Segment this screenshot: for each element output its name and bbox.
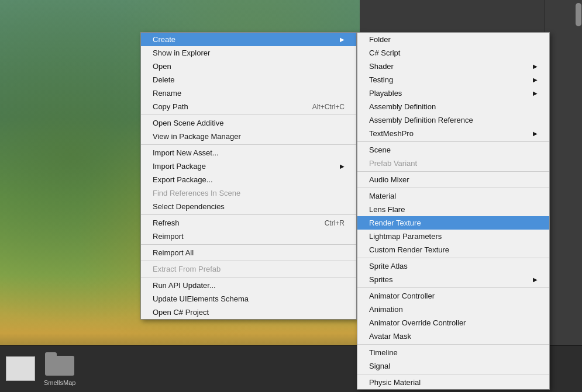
scrollbar-thumb[interactable] (576, 3, 581, 26)
left-menu-item-import-package[interactable]: Import Package▶ (141, 159, 356, 173)
menu-separator (141, 115, 356, 115)
menu-separator (357, 287, 549, 288)
asset-item-empty-asset[interactable] (6, 356, 35, 382)
left-menu-item-open-csharp-project[interactable]: Open C# Project (141, 306, 356, 319)
right-menu-item-assembly-definition[interactable]: Assembly Definition (357, 100, 549, 113)
menu-item-label: Assembly Definition Reference (369, 116, 538, 124)
scrollbar-track[interactable] (574, 0, 582, 392)
menu-separator (357, 258, 549, 258)
right-menu-item-testing[interactable]: Testing▶ (357, 73, 549, 86)
left-menu-item-open[interactable]: Open (141, 60, 356, 73)
menu-item-label: Open (153, 62, 171, 71)
menu-item-label: Copy Path (153, 102, 188, 111)
menu-item-label: Prefab Variant (369, 159, 538, 168)
right-menu-item-animator-override-controller[interactable]: Animator Override Controller (357, 316, 549, 329)
menu-separator (141, 244, 356, 245)
right-menu-item-signal[interactable]: Signal (357, 359, 549, 373)
left-menu-item-copy-path[interactable]: Copy PathAlt+Ctrl+C (141, 100, 356, 113)
right-menu-item-sprites[interactable]: Sprites▶ (357, 273, 549, 286)
menu-item-arrow: ▶ (533, 276, 538, 283)
right-menu-item-shader[interactable]: Shader▶ (357, 60, 549, 73)
menu-item-label: Audio Mixer (369, 175, 538, 184)
menu-item-arrow: ▶ (533, 77, 538, 83)
left-menu-item-select-dependencies[interactable]: Select Dependencies (141, 200, 356, 213)
right-menu-item-audio-mixer[interactable]: Audio Mixer (357, 173, 549, 186)
menu-item-label: Avatar Mask (369, 332, 538, 341)
menu-separator (357, 344, 549, 345)
asset-icon (45, 352, 74, 377)
menu-item-label: Reimport (153, 232, 184, 241)
right-menu-item-csharp-script[interactable]: C# Script (357, 46, 549, 60)
menu-item-label: Animator Controller (369, 292, 538, 300)
right-menu-item-scene[interactable]: Scene (357, 143, 549, 157)
left-menu-item-delete[interactable]: Delete (141, 73, 356, 86)
menu-item-label: Rename (153, 89, 181, 98)
left-menu-item-export-package[interactable]: Export Package... (141, 173, 356, 186)
menu-item-label: Refresh (153, 218, 180, 227)
menu-item-label: View in Package Manager (153, 132, 241, 141)
left-menu-item-view-in-package-manager[interactable]: View in Package Manager (141, 130, 356, 143)
menu-item-label: Render Texture (369, 218, 538, 227)
menu-item-arrow: ▶ (340, 36, 345, 43)
left-menu-item-open-scene-additive[interactable]: Open Scene Additive (141, 116, 356, 130)
menu-item-label: Animator Override Controller (369, 318, 538, 327)
right-menu-item-lens-flare[interactable]: Lens Flare (357, 203, 549, 216)
context-menu-right: FolderC# ScriptShader▶Testing▶Playables▶… (357, 32, 550, 390)
menu-item-label: C# Script (369, 48, 538, 57)
left-menu-item-rename[interactable]: Rename (141, 86, 356, 100)
right-menu-item-sprite-atlas[interactable]: Sprite Atlas (357, 259, 549, 273)
menu-item-label: Custom Render Texture (369, 245, 538, 254)
menu-item-label: Import Package (153, 162, 206, 171)
menu-item-label: Testing (369, 75, 527, 84)
right-menu-item-playables[interactable]: Playables▶ (357, 86, 549, 100)
left-menu-item-update-ui-elements[interactable]: Update UIElements Schema (141, 292, 356, 306)
menu-separator (357, 171, 549, 172)
menu-item-label: Find References In Scene (153, 189, 240, 197)
right-menu-item-avatar-mask[interactable]: Avatar Mask (357, 329, 549, 343)
menu-item-label: Select Dependencies (153, 202, 225, 211)
asset-label: SmellsMap (44, 379, 75, 386)
right-menu-item-animator-controller[interactable]: Animator Controller (357, 289, 549, 303)
asset-item-smells-map[interactable]: SmellsMap (44, 352, 75, 386)
menu-separator (357, 141, 549, 142)
left-menu-item-reimport[interactable]: Reimport (141, 230, 356, 243)
left-menu-item-create[interactable]: Create▶ (141, 33, 356, 46)
left-menu-item-find-references: Find References In Scene (141, 186, 356, 200)
right-menu-item-render-texture[interactable]: Render Texture (357, 216, 549, 230)
right-menu-item-prefab-variant: Prefab Variant (357, 157, 549, 170)
asset-icon (6, 356, 35, 381)
right-menu-item-material[interactable]: Material (357, 189, 549, 203)
right-menu-item-folder[interactable]: Folder (357, 33, 549, 46)
right-menu-item-physic-material[interactable]: Physic Material (357, 376, 549, 389)
menu-item-label: Lens Flare (369, 205, 538, 214)
right-menu-item-animation[interactable]: Animation (357, 303, 549, 316)
left-menu-item-reimport-all[interactable]: Reimport All (141, 246, 356, 259)
menu-item-shortcut: Alt+Ctrl+C (312, 103, 345, 111)
menu-item-label: Export Package... (153, 175, 213, 184)
left-menu-item-show-in-explorer[interactable]: Show in Explorer (141, 46, 356, 60)
menu-item-label: Physic Material (369, 378, 538, 387)
left-menu-item-run-api-updater[interactable]: Run API Updater... (141, 279, 356, 292)
menu-item-label: Folder (369, 35, 538, 44)
menu-item-label: Sprites (369, 275, 527, 284)
menu-item-arrow: ▶ (533, 90, 538, 96)
left-menu-item-extract-from-prefab: Extract From Prefab (141, 262, 356, 276)
menu-item-label: Animation (369, 305, 538, 314)
left-menu-item-refresh[interactable]: RefreshCtrl+R (141, 216, 356, 230)
right-menu-item-timeline[interactable]: Timeline (357, 346, 549, 359)
context-menu-left: Create▶Show in ExplorerOpenDeleteRenameC… (140, 32, 357, 320)
menu-separator (141, 144, 356, 145)
menu-item-arrow: ▶ (340, 163, 345, 169)
menu-item-label: Reimport All (153, 248, 194, 257)
right-menu-item-custom-render-texture[interactable]: Custom Render Texture (357, 243, 549, 256)
menu-item-label: Show in Explorer (153, 48, 210, 57)
right-menu-item-textmeshpro[interactable]: TextMeshPro▶ (357, 127, 549, 140)
menu-item-label: Lightmap Parameters (369, 232, 538, 241)
right-menu-item-lightmap-parameters[interactable]: Lightmap Parameters (357, 230, 549, 243)
menu-item-label: Signal (369, 362, 538, 370)
right-menu-item-assembly-definition-reference[interactable]: Assembly Definition Reference (357, 113, 549, 127)
menu-item-shortcut: Ctrl+R (325, 219, 345, 227)
left-menu-item-import-new-asset[interactable]: Import New Asset... (141, 146, 356, 159)
folder-body (45, 356, 74, 376)
menu-item-label: Scene (369, 145, 538, 154)
